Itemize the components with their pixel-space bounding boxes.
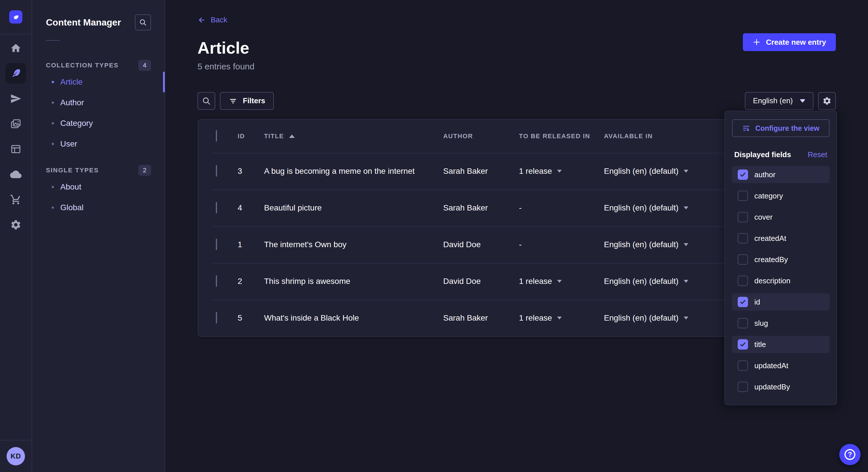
create-new-entry-button[interactable]: Create new entry: [743, 33, 836, 51]
nav-releases[interactable]: [0, 86, 32, 111]
sidebar-item-author[interactable]: Author: [46, 92, 151, 113]
nav-home[interactable]: [0, 36, 32, 61]
field-item-createdBy[interactable]: createdBy: [732, 251, 830, 268]
field-checkbox[interactable]: [738, 276, 748, 286]
field-item-category[interactable]: category: [732, 187, 830, 204]
cell-id: 4: [238, 203, 264, 212]
configure-view-button[interactable]: Configure the view: [732, 119, 830, 137]
nav-media-library[interactable]: [0, 111, 32, 136]
sort-ascending-icon: [289, 134, 295, 138]
field-item-createdAt[interactable]: createdAt: [732, 230, 830, 247]
displayed-fields-title: Displayed fields: [734, 150, 791, 159]
field-checkbox[interactable]: [738, 191, 748, 201]
field-item-slug[interactable]: slug: [732, 314, 830, 332]
field-checkbox[interactable]: [738, 255, 748, 265]
help-button[interactable]: ?: [839, 444, 861, 465]
field-item-description[interactable]: description: [732, 272, 830, 289]
field-label: title: [754, 340, 766, 349]
bullet-icon: [52, 186, 54, 188]
strapi-logo-icon[interactable]: [9, 10, 22, 24]
check-icon: [739, 171, 746, 178]
column-header-id[interactable]: ID: [238, 133, 264, 140]
collection-types-label: COLLECTION TYPES: [46, 62, 119, 69]
cell-releases[interactable]: -: [519, 240, 604, 249]
cell-releases[interactable]: 1 release: [519, 167, 604, 176]
cell-author: Sarah Baker: [443, 203, 519, 212]
field-item-author[interactable]: author: [732, 166, 830, 183]
cell-id: 1: [238, 240, 264, 249]
column-header-title[interactable]: TITLE: [264, 133, 443, 140]
field-label: description: [754, 276, 790, 285]
cell-releases[interactable]: 1 release: [519, 277, 604, 286]
select-all-checkbox[interactable]: [216, 130, 217, 142]
row-checkbox[interactable]: [216, 275, 217, 287]
single-types-list: About Global: [46, 177, 151, 218]
row-checkbox[interactable]: [216, 239, 217, 250]
field-checkbox[interactable]: [738, 233, 748, 243]
field-item-cover[interactable]: cover: [732, 208, 830, 226]
field-checkbox[interactable]: [738, 297, 748, 307]
sidebar-item-global[interactable]: Global: [46, 197, 151, 218]
nav-marketplace[interactable]: [0, 187, 32, 212]
paper-plane-icon: [10, 93, 22, 104]
sidebar-item-article[interactable]: Article: [46, 72, 151, 92]
row-checkbox[interactable]: [216, 312, 217, 324]
chevron-down-icon: [684, 316, 688, 319]
sidebar-title: Content Manager: [46, 17, 121, 28]
filter-icon: [228, 96, 238, 105]
row-checkbox[interactable]: [216, 202, 217, 213]
cell-author: Sarah Baker: [443, 313, 519, 323]
sidebar-item-user[interactable]: User: [46, 134, 151, 154]
search-icon: [139, 19, 147, 26]
sidebar-search-button[interactable]: [135, 14, 151, 30]
cell-title: A bug is becoming a meme on the internet: [264, 167, 443, 176]
logo-wrap: [0, 0, 32, 34]
bullet-icon: [52, 122, 54, 125]
entries-count: 5 entries found: [197, 62, 836, 71]
field-label: cover: [754, 213, 773, 222]
nav-content-manager[interactable]: [0, 61, 32, 86]
search-button[interactable]: [197, 92, 215, 110]
field-checkbox[interactable]: [738, 169, 748, 180]
column-header-releases[interactable]: TO BE RELEASED IN: [519, 133, 604, 140]
field-item-title[interactable]: title: [732, 336, 830, 353]
nav-content-type-builder[interactable]: [0, 136, 32, 162]
active-item-indicator: [163, 72, 165, 92]
cell-id: 3: [238, 167, 264, 176]
view-settings-button[interactable]: [818, 92, 836, 110]
toolbar: Filters English (en): [197, 92, 836, 110]
column-header-author[interactable]: AUTHOR: [443, 133, 519, 140]
displayed-fields-list: author category cover createdAt createdB…: [732, 166, 830, 396]
cell-releases[interactable]: -: [519, 203, 604, 212]
field-checkbox[interactable]: [738, 318, 748, 328]
field-checkbox[interactable]: [738, 382, 748, 392]
user-avatar[interactable]: KD: [7, 447, 25, 465]
field-label: category: [754, 192, 783, 200]
field-checkbox[interactable]: [738, 212, 748, 222]
nav-cloud[interactable]: [0, 162, 32, 187]
reset-button[interactable]: Reset: [808, 150, 827, 159]
single-types-count-badge: 2: [138, 165, 151, 176]
cell-releases[interactable]: 1 release: [519, 313, 604, 323]
filters-button[interactable]: Filters: [220, 92, 274, 110]
cell-id: 2: [238, 277, 264, 286]
chevron-down-icon: [557, 280, 562, 283]
back-link[interactable]: Back: [197, 15, 227, 24]
sidebar-item-about[interactable]: About: [46, 177, 151, 197]
row-select-cell: [198, 166, 238, 176]
configure-list-icon: [742, 124, 751, 133]
field-checkbox[interactable]: [738, 361, 748, 371]
field-label: id: [754, 298, 760, 307]
sidebar-item-label: Category: [60, 119, 93, 128]
sidebar-item-category[interactable]: Category: [46, 113, 151, 134]
row-checkbox[interactable]: [216, 165, 217, 177]
locale-select[interactable]: English (en): [745, 92, 813, 110]
field-item-updatedAt[interactable]: updatedAt: [732, 357, 830, 374]
content-manager-sidebar: Content Manager COLLECTION TYPES 4 Artic…: [32, 0, 165, 472]
nav-settings[interactable]: [0, 212, 32, 237]
field-item-updatedBy[interactable]: updatedBy: [732, 378, 830, 396]
field-item-id[interactable]: id: [732, 293, 830, 310]
field-checkbox[interactable]: [738, 339, 748, 349]
gear-icon: [823, 96, 832, 105]
cell-title: This shrimp is awesome: [264, 277, 443, 286]
